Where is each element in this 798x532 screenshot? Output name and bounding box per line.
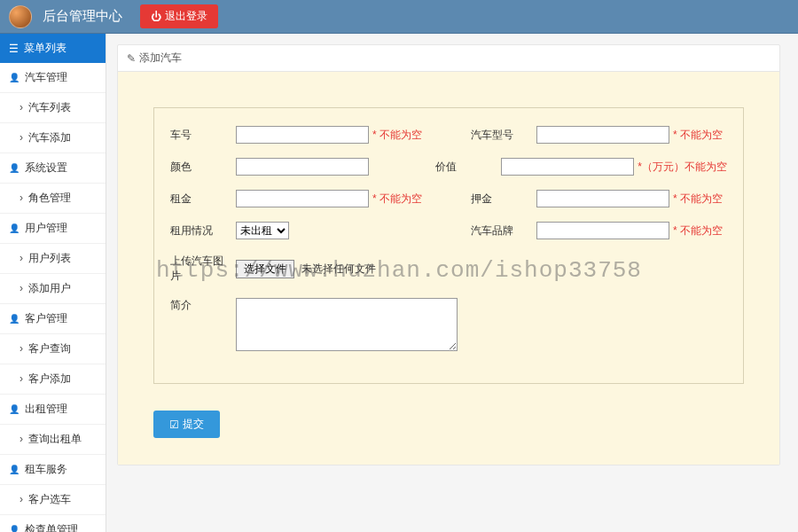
check-icon: ☑ [169, 419, 179, 431]
brand-label: 汽车品牌 [471, 223, 533, 239]
rent-status-select[interactable]: 未出租 [236, 222, 289, 239]
user-icon: 👤 [9, 525, 20, 532]
file-choose-button[interactable]: 选择文件 [236, 260, 294, 278]
rent-label: 租金 [170, 192, 232, 207]
form-section: 车号 * 不能为空 汽车型号 * 不能为空 颜色 [153, 107, 744, 384]
panel-header: ✎ 添加汽车 [118, 45, 779, 72]
color-input[interactable] [236, 158, 369, 176]
sidebar-group[interactable]: 👤出租管理 [0, 395, 106, 425]
panel: ✎ 添加汽车 车号 * 不能为空 汽车型号 * 不能为空 [117, 44, 780, 466]
sidebar-group-label: 客户管理 [25, 311, 67, 326]
sidebar-item[interactable]: 汽车列表 [0, 93, 106, 123]
sidebar-group-label: 汽车管理 [25, 70, 67, 85]
list-icon: ☰ [9, 43, 19, 55]
app-title: 后台管理中心 [43, 8, 122, 25]
brand-hint: * 不能为空 [673, 223, 723, 239]
deposit-input[interactable] [536, 190, 669, 207]
sidebar-item[interactable]: 角色管理 [0, 184, 106, 214]
sidebar-item[interactable]: 添加用户 [0, 274, 106, 304]
avatar [9, 5, 32, 28]
car-model-input[interactable] [536, 126, 669, 144]
sidebar-item[interactable]: 客户选车 [0, 485, 106, 515]
menu-header: ☰ 菜单列表 [0, 34, 106, 63]
rent-status-label: 租用情况 [170, 223, 232, 239]
sidebar-item[interactable]: 汽车添加 [0, 123, 106, 153]
user-icon: 👤 [9, 404, 20, 414]
rent-input[interactable] [236, 190, 369, 207]
user-icon: 👤 [9, 314, 20, 324]
logout-button[interactable]: ⏻ 退出登录 [140, 4, 218, 28]
sidebar-group[interactable]: 👤系统设置 [0, 153, 106, 184]
car-model-hint: * 不能为空 [673, 128, 723, 143]
sidebar-item[interactable]: 查询出租单 [0, 425, 106, 455]
sidebar-item[interactable]: 用户列表 [0, 244, 106, 274]
brand-input[interactable] [536, 222, 669, 239]
sidebar: ☰ 菜单列表 👤汽车管理汽车列表汽车添加👤系统设置角色管理👤用户管理用户列表添加… [0, 34, 106, 532]
app-header: 后台管理中心 ⏻ 退出登录 [0, 0, 798, 34]
car-number-hint: * 不能为空 [372, 128, 422, 143]
logout-label: 退出登录 [165, 9, 207, 24]
user-icon: 👤 [9, 163, 20, 173]
edit-icon: ✎ [127, 52, 136, 65]
sidebar-group-label: 出租管理 [25, 402, 67, 417]
deposit-label: 押金 [471, 192, 533, 207]
sidebar-group-label: 用户管理 [25, 221, 67, 236]
submit-label: 提交 [183, 417, 204, 432]
user-icon: 👤 [9, 73, 20, 82]
intro-textarea[interactable] [236, 298, 458, 351]
sidebar-group[interactable]: 👤用户管理 [0, 214, 106, 244]
sidebar-group[interactable]: 👤客户管理 [0, 304, 106, 334]
upload-label: 上传汽车图片 [170, 254, 232, 284]
sidebar-item[interactable]: 客户查询 [0, 334, 106, 364]
sidebar-group-label: 系统设置 [25, 160, 67, 176]
panel-body: 车号 * 不能为空 汽车型号 * 不能为空 颜色 [118, 72, 779, 465]
price-input[interactable] [501, 158, 634, 176]
color-label: 颜色 [170, 160, 232, 175]
price-hint: *（万元）不能为空 [638, 160, 727, 175]
sidebar-item[interactable]: 客户添加 [0, 364, 106, 395]
submit-button[interactable]: ☑ 提交 [153, 411, 220, 438]
sidebar-group[interactable]: 👤检查单管理 [0, 515, 106, 532]
panel-title: 添加汽车 [139, 51, 182, 66]
car-number-input[interactable] [236, 126, 369, 144]
user-icon: 👤 [9, 465, 20, 474]
car-number-label: 车号 [170, 128, 232, 143]
rent-hint: * 不能为空 [372, 192, 422, 207]
sidebar-group-label: 租车服务 [25, 462, 67, 477]
user-icon: 👤 [9, 223, 20, 233]
sidebar-group[interactable]: 👤汽车管理 [0, 63, 106, 93]
car-model-label: 汽车型号 [471, 128, 533, 143]
menu-header-label: 菜单列表 [24, 41, 66, 56]
power-icon: ⏻ [151, 11, 161, 23]
file-no-file-text: 未选择任何文件 [301, 262, 376, 277]
intro-label: 简介 [170, 298, 232, 313]
deposit-hint: * 不能为空 [673, 192, 723, 207]
content-area: ✎ 添加汽车 车号 * 不能为空 汽车型号 * 不能为空 [106, 34, 798, 532]
sidebar-group-label: 检查单管理 [25, 522, 78, 532]
price-label: 价值 [435, 160, 497, 175]
sidebar-group[interactable]: 👤租车服务 [0, 455, 106, 485]
